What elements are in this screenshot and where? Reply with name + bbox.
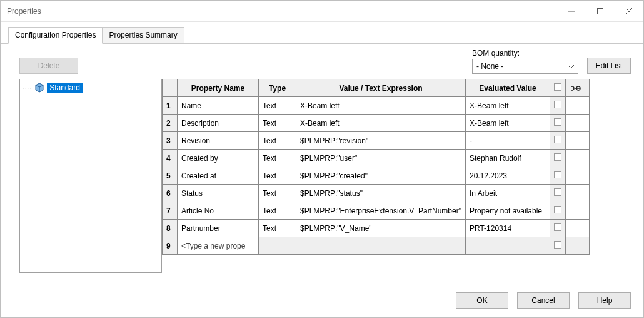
content-area: ···· Standard Property Name Typ <box>1 79 643 284</box>
checkbox-icon <box>554 153 561 161</box>
minimize-button[interactable] <box>557 1 586 21</box>
cell-checkbox[interactable] <box>550 220 565 237</box>
row-number: 6 <box>163 185 178 202</box>
cell-property-name[interactable]: Description <box>178 115 259 132</box>
cell-expression[interactable]: X-Beam left <box>296 115 466 132</box>
cell-property-name[interactable]: Article No <box>178 202 259 220</box>
col-link[interactable] <box>565 80 589 97</box>
row-number: 2 <box>163 115 178 132</box>
cell-property-name[interactable]: Status <box>178 185 259 202</box>
cell-checkbox[interactable] <box>550 167 565 185</box>
cell-link[interactable] <box>565 185 589 202</box>
cell-expression[interactable]: $PLMPRP:"revision" <box>296 132 466 150</box>
table-row[interactable]: 1NameTextX-Beam leftX-Beam left <box>163 97 590 115</box>
cancel-button[interactable]: Cancel <box>517 292 570 309</box>
checkbox-icon <box>554 171 561 178</box>
bom-quantity-select[interactable]: - None - <box>472 59 578 74</box>
cell-checkbox[interactable] <box>550 237 565 255</box>
cell-checkbox[interactable] <box>550 150 565 167</box>
help-button[interactable]: Help <box>578 292 631 309</box>
row-number: 9 <box>163 237 178 255</box>
maximize-button[interactable] <box>586 1 615 21</box>
bom-quantity-group: BOM quantity: - None - <box>472 49 578 74</box>
cell-type[interactable]: Text <box>259 185 296 202</box>
titlebar: Properties <box>1 1 643 22</box>
table-row[interactable]: 7Article NoText$PLMPRP:"EnterpriseExtens… <box>163 202 590 220</box>
checkbox-icon <box>554 136 561 143</box>
close-button[interactable] <box>615 1 643 21</box>
cell-checkbox[interactable] <box>550 185 565 202</box>
edit-list-button[interactable]: Edit List <box>587 58 631 74</box>
col-type[interactable]: Type <box>259 80 296 97</box>
cell-checkbox[interactable] <box>550 132 565 150</box>
col-expression[interactable]: Value / Text Expression <box>296 80 466 97</box>
window-title: Properties <box>7 7 41 16</box>
cell-expression[interactable]: X-Beam left <box>296 97 466 115</box>
checkbox-icon <box>554 83 561 91</box>
cell-property-name[interactable]: Partnumber <box>178 220 259 237</box>
cell-evaluated: - <box>465 132 550 150</box>
checkbox-icon <box>554 223 561 231</box>
cell-type[interactable]: Text <box>259 167 296 185</box>
table-row[interactable]: 5Created atText$PLMPRP:"created"20.12.20… <box>163 167 590 185</box>
tree-item-standard[interactable]: ···· Standard <box>23 82 159 93</box>
tab-configuration-properties[interactable]: Configuration Properties <box>8 27 103 44</box>
cell-type[interactable]: Text <box>259 220 296 237</box>
cell-expression[interactable]: $PLMPRP:"created" <box>296 167 466 185</box>
cell-type[interactable]: Text <box>259 150 296 167</box>
table-row[interactable]: 3RevisionText$PLMPRP:"revision"- <box>163 132 590 150</box>
cell-expression[interactable]: $PLMPRP:"user" <box>296 150 466 167</box>
cell-link[interactable] <box>565 150 589 167</box>
configuration-tree[interactable]: ···· Standard <box>19 79 162 273</box>
cell-type[interactable]: Text <box>259 115 296 132</box>
cell-link[interactable] <box>565 202 589 220</box>
cell-checkbox[interactable] <box>550 97 565 115</box>
cell-evaluated: 20.12.2023 <box>465 167 550 185</box>
cell-expression[interactable]: $PLMPRP:"EnterpriseExtension.V_PartNumbe… <box>296 202 466 220</box>
cube-icon <box>34 83 44 93</box>
tab-properties-summary[interactable]: Properties Summary <box>102 27 184 43</box>
table-row[interactable]: 8PartnumberText$PLMPRP:"V_Name"PRT-12031… <box>163 220 590 237</box>
cell-checkbox[interactable] <box>550 202 565 220</box>
cell-evaluated: In Arbeit <box>465 185 550 202</box>
cell-checkbox[interactable] <box>550 115 565 132</box>
cell-new-property[interactable]: <Type a new prope <box>178 237 259 255</box>
cell-link[interactable] <box>565 237 589 255</box>
cell-type[interactable]: Text <box>259 132 296 150</box>
cell-type[interactable]: Text <box>259 97 296 115</box>
window-controls <box>557 1 643 21</box>
col-property-name[interactable]: Property Name <box>178 80 259 97</box>
row-number: 4 <box>163 150 178 167</box>
cell-link[interactable] <box>565 132 589 150</box>
cell-property-name[interactable]: Name <box>178 97 259 115</box>
cell-property-name[interactable]: Created at <box>178 167 259 185</box>
tree-item-label: Standard <box>47 83 83 93</box>
table-row-new[interactable]: 9<Type a new prope <box>163 237 590 255</box>
delete-button[interactable]: Delete <box>19 58 78 74</box>
row-number: 3 <box>163 132 178 150</box>
table-row[interactable]: 2DescriptionTextX-Beam leftX-Beam left <box>163 115 590 132</box>
cell-property-name[interactable]: Created by <box>178 150 259 167</box>
checkbox-icon <box>554 101 561 108</box>
col-evaluated[interactable]: Evaluated Value <box>465 80 550 97</box>
cell-expression[interactable]: $PLMPRP:"V_Name" <box>296 220 466 237</box>
cell-type[interactable]: Text <box>259 202 296 220</box>
table-row[interactable]: 6StatusText$PLMPRP:"status"In Arbeit <box>163 185 590 202</box>
cell-property-name[interactable]: Revision <box>178 132 259 150</box>
cell-evaluated: X-Beam left <box>465 97 550 115</box>
cell-type[interactable] <box>259 237 296 255</box>
minimize-icon <box>568 8 575 14</box>
table-row[interactable]: 4Created byText$PLMPRP:"user"Stephan Rud… <box>163 150 590 167</box>
col-checkbox[interactable] <box>550 80 565 97</box>
cell-expression[interactable] <box>296 237 466 255</box>
tabstrip: Configuration Properties Properties Summ… <box>1 22 643 44</box>
cell-evaluated: Stephan Rudolf <box>465 150 550 167</box>
cell-expression[interactable]: $PLMPRP:"status" <box>296 185 466 202</box>
cell-link[interactable] <box>565 220 589 237</box>
cell-link[interactable] <box>565 115 589 132</box>
properties-grid: Property Name Type Value / Text Expressi… <box>162 79 590 255</box>
cell-link[interactable] <box>565 97 589 115</box>
properties-dialog: Properties Configuration Properties Prop… <box>0 0 644 318</box>
ok-button[interactable]: OK <box>456 292 508 309</box>
cell-link[interactable] <box>565 167 589 185</box>
